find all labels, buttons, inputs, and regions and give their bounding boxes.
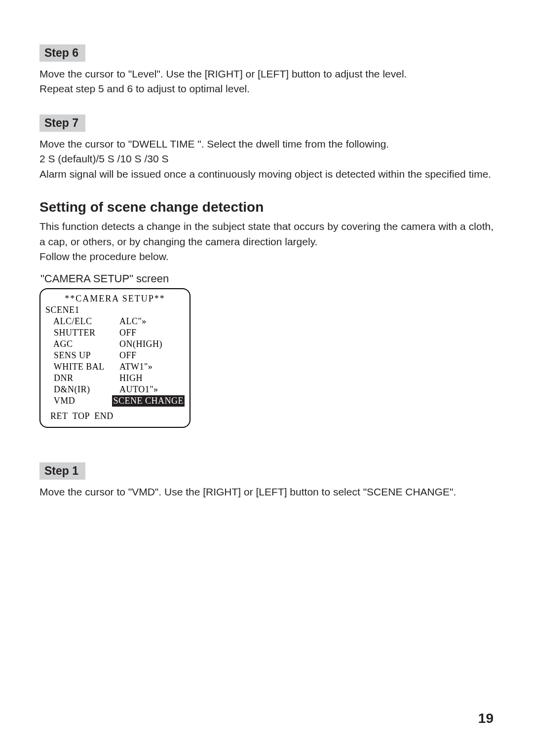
screen-label: "CAMERA SETUP" screen [40, 272, 494, 285]
osd-val: OFF [119, 327, 137, 339]
osd-row: WHITE BALATW1"» [45, 361, 185, 373]
page-number: 19 [478, 711, 494, 726]
osd-key: DNR [45, 373, 119, 384]
osd-key: VMD [45, 395, 112, 407]
osd-val: ON(HIGH) [119, 339, 162, 350]
step-7-badge: Step 7 [39, 114, 85, 132]
osd-row: SENS UPOFF [45, 350, 185, 361]
step-7-block: Step 7 Move the cursor to "DWELL TIME ".… [39, 114, 494, 182]
camera-setup-osd: **CAMERA SETUP** SCENE1 ALC/ELCALC"» SHU… [39, 288, 190, 428]
section-intro: This function detects a change in the su… [39, 219, 494, 249]
osd-key: SENS UP [45, 350, 119, 361]
osd-title: **CAMERA SETUP** [45, 293, 185, 304]
osd-key: SHUTTER [45, 327, 119, 339]
document-page: Step 6 Move the cursor to "Level". Use t… [0, 0, 533, 499]
osd-row: D&N(IR)AUTO1"» [45, 384, 185, 395]
osd-val: AUTO1"» [119, 384, 158, 395]
osd-row: VMDSCENE CHANGE [45, 395, 185, 407]
step-6-badge: Step 6 [39, 44, 85, 62]
osd-footer: RET TOP END [45, 411, 185, 422]
section-heading: Setting of scene change detection [39, 199, 494, 215]
osd-scene: SCENE1 [45, 304, 119, 316]
osd-row: SHUTTEROFF [45, 327, 185, 339]
step-1-badge: Step 1 [39, 462, 85, 480]
osd-row: ALC/ELCALC"» [45, 316, 185, 327]
osd-key: WHITE BAL [45, 361, 119, 373]
step-7-line-1: Move the cursor to "DWELL TIME ". Select… [39, 137, 494, 151]
step-7-line-2: 2 S (default)/5 S /10 S /30 S [39, 151, 494, 166]
osd-key: AGC [45, 339, 119, 350]
osd-val: HIGH [119, 373, 143, 384]
osd-row: DNRHIGH [45, 373, 185, 384]
step-6-text: Move the cursor to "Level". Use the [RIG… [39, 67, 494, 97]
step-6-block: Step 6 Move the cursor to "Level". Use t… [39, 44, 494, 97]
osd-row: AGCON(HIGH) [45, 339, 185, 350]
osd-val: OFF [119, 350, 137, 361]
osd-val-highlighted: SCENE CHANGE [112, 395, 185, 407]
step-7-line-3: Alarm signal will be issued once a conti… [39, 167, 494, 182]
step-1-block: Step 1 Move the cursor to "VMD". Use the… [39, 462, 494, 499]
section-follow: Follow the procedure below. [39, 249, 494, 264]
osd-val: ATW1"» [119, 361, 152, 373]
osd-key: ALC/ELC [45, 316, 119, 327]
osd-key: D&N(IR) [45, 384, 119, 395]
osd-val: ALC"» [119, 316, 147, 327]
step-1-text: Move the cursor to "VMD". Use the [RIGHT… [39, 485, 494, 499]
